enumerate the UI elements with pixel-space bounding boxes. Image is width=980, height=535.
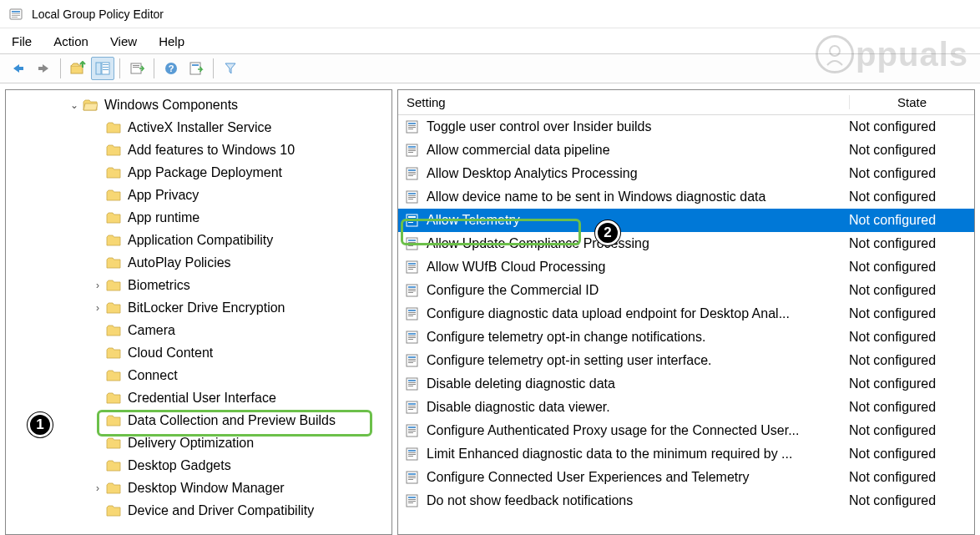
svg-rect-2: [12, 13, 20, 14]
tree-node[interactable]: ·ActiveX Installer Service: [6, 116, 391, 139]
column-state[interactable]: State: [849, 95, 974, 109]
setting-row[interactable]: Configure telemetry opt-in change notifi…: [398, 326, 974, 349]
settings-list[interactable]: Toggle user control over Insider buildsN…: [398, 115, 974, 534]
setting-state: Not configured: [849, 330, 974, 345]
chevron-right-icon[interactable]: ›: [91, 482, 104, 494]
svg-rect-87: [408, 429, 416, 430]
filter-button[interactable]: [219, 57, 242, 80]
show-tree-button[interactable]: [91, 57, 114, 80]
settings-pane: Setting State Toggle user control over I…: [397, 89, 975, 535]
column-setting[interactable]: Setting: [398, 95, 849, 109]
svg-rect-47: [408, 242, 416, 243]
svg-rect-89: [408, 432, 413, 433]
tree-node[interactable]: ·Connect: [6, 364, 391, 386]
toolbar-separator: [154, 58, 154, 78]
chevron-down-icon[interactable]: ⌄: [68, 99, 81, 111]
setting-row[interactable]: Configure the Commercial IDNot configure…: [398, 279, 974, 302]
arrow-right-icon: [36, 63, 51, 74]
setting-row[interactable]: Configure Authenticated Proxy usage for …: [398, 419, 974, 442]
setting-row[interactable]: Allow Desktop Analytics ProcessingNot co…: [398, 162, 974, 185]
arrow-left-icon: [11, 63, 26, 74]
setting-row[interactable]: Allow TelemetryNot configured: [398, 209, 974, 232]
annotation-badge-2: 2: [595, 220, 620, 245]
setting-row[interactable]: Disable diagnostic data viewer.Not confi…: [398, 396, 974, 419]
svg-rect-68: [408, 337, 416, 338]
setting-label: Allow Telemetry: [427, 213, 849, 228]
svg-rect-103: [408, 501, 416, 502]
tree-node[interactable]: ·Cloud Content: [6, 341, 391, 364]
properties-button[interactable]: [184, 57, 208, 80]
tree-node[interactable]: ·Add features to Windows 10: [6, 139, 391, 161]
folder-tree[interactable]: ⌄Windows Components·ActiveX Installer Se…: [6, 90, 391, 534]
tree-node-label: App Privacy: [128, 188, 199, 203]
tree-node[interactable]: ·Application Compatibility: [6, 229, 391, 251]
setting-row[interactable]: Configure telemetry opt-in setting user …: [398, 349, 974, 372]
toolbar-separator: [119, 58, 120, 78]
setting-row[interactable]: Disable deleting diagnostic dataNot conf…: [398, 372, 974, 396]
tree-node[interactable]: ·Camera: [6, 319, 391, 341]
export-icon: [129, 61, 144, 76]
setting-row[interactable]: Configure diagnostic data upload endpoin…: [398, 302, 974, 326]
svg-rect-72: [408, 359, 416, 360]
tree-node-label: App Package Deployment: [128, 165, 282, 180]
svg-rect-24: [408, 129, 413, 129]
tree-node[interactable]: ›Biometrics: [6, 274, 391, 296]
menu-file[interactable]: File: [12, 34, 32, 48]
toolbar: ?: [0, 53, 980, 83]
tree-node-label: Delivery Optimization: [128, 436, 254, 451]
svg-rect-96: [408, 473, 416, 475]
svg-rect-36: [408, 193, 416, 194]
export-list-button[interactable]: [125, 57, 149, 80]
up-level-button[interactable]: [66, 57, 89, 80]
tree-node[interactable]: ·Delivery Optimization: [6, 432, 391, 454]
setting-state: Not configured: [849, 423, 974, 438]
svg-rect-7: [71, 66, 83, 73]
tree-node-label: Data Collection and Preview Builds: [128, 413, 336, 428]
svg-rect-88: [408, 431, 416, 432]
svg-rect-56: [408, 286, 416, 288]
chevron-right-icon[interactable]: ›: [91, 280, 104, 291]
setting-state: Not configured: [849, 213, 974, 228]
tree-node[interactable]: ·App Package Deployment: [6, 161, 391, 184]
chevron-right-icon[interactable]: ›: [91, 302, 104, 314]
setting-row[interactable]: Allow commercial data pipelineNot config…: [398, 139, 974, 162]
setting-label: Limit Enhanced diagnostic data to the mi…: [427, 447, 849, 462]
svg-rect-67: [408, 336, 416, 336]
tree-node-root[interactable]: ⌄Windows Components: [6, 93, 391, 116]
setting-state: Not configured: [849, 119, 974, 134]
setting-row[interactable]: Limit Enhanced diagnostic data to the mi…: [398, 442, 974, 466]
tree-node[interactable]: ·App runtime: [6, 206, 391, 229]
setting-state: Not configured: [849, 260, 974, 275]
svg-rect-6: [38, 67, 44, 70]
setting-row[interactable]: Allow Update Compliance ProcessingNot co…: [398, 232, 974, 255]
tree-node-label: Device and Driver Compatibility: [128, 503, 314, 518]
tree-node[interactable]: ·AutoPlay Policies: [6, 251, 391, 274]
tree-node[interactable]: ·Data Collection and Preview Builds: [6, 409, 391, 432]
svg-rect-94: [408, 456, 413, 457]
tree-node[interactable]: ·Desktop Gadgets: [6, 454, 391, 477]
svg-rect-71: [408, 356, 416, 358]
setting-row[interactable]: Allow WUfB Cloud ProcessingNot configure…: [398, 255, 974, 279]
nav-back-button[interactable]: [7, 57, 30, 80]
svg-rect-74: [408, 362, 413, 363]
setting-row[interactable]: Do not show feedback notificationsNot co…: [398, 489, 974, 512]
svg-rect-73: [408, 361, 416, 361]
help-button[interactable]: ?: [159, 57, 183, 80]
setting-row[interactable]: Toggle user control over Insider buildsN…: [398, 115, 974, 139]
setting-state: Not configured: [849, 283, 974, 298]
window-title: Local Group Policy Editor: [32, 8, 164, 21]
setting-label: Configure the Commercial ID: [427, 283, 849, 298]
setting-row[interactable]: Configure Connected User Experiences and…: [398, 466, 974, 489]
setting-row[interactable]: Allow device name to be sent in Windows …: [398, 185, 974, 209]
svg-rect-66: [408, 333, 416, 335]
menu-action[interactable]: Action: [53, 34, 88, 48]
tree-node[interactable]: ·App Privacy: [6, 184, 391, 206]
tree-node[interactable]: ›BitLocker Drive Encryption: [6, 296, 391, 319]
menu-view[interactable]: View: [110, 34, 137, 48]
svg-rect-1: [12, 11, 20, 13]
tree-node[interactable]: ›Desktop Window Manager: [6, 477, 391, 499]
nav-forward-button[interactable]: [32, 57, 55, 80]
tree-node[interactable]: ·Device and Driver Compatibility: [6, 499, 391, 522]
tree-node[interactable]: ·Credential User Interface: [6, 386, 391, 409]
menu-help[interactable]: Help: [159, 34, 184, 48]
